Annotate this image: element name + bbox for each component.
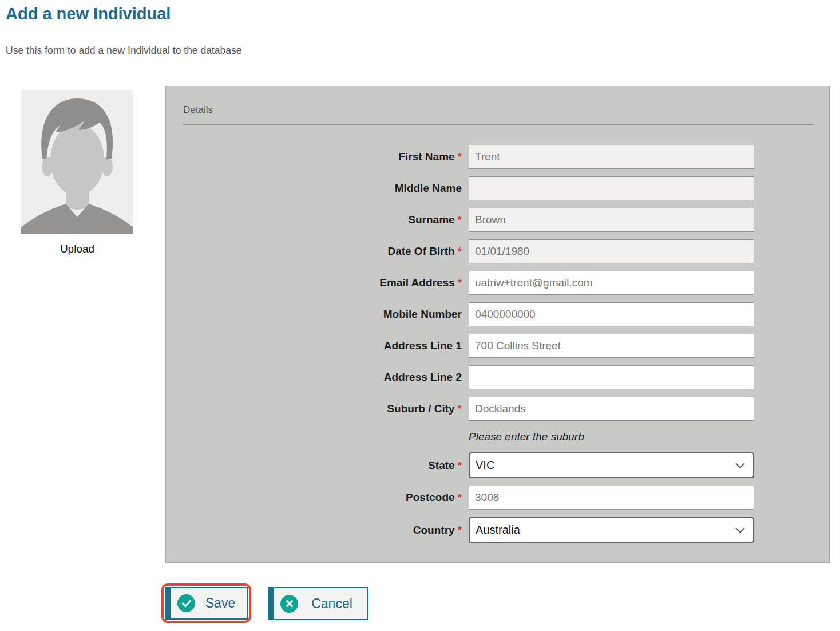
- postcode-input[interactable]: [469, 486, 754, 510]
- address-line-2-input[interactable]: [469, 365, 754, 389]
- form-row: Address Line 2: [166, 365, 829, 389]
- surname-input[interactable]: [469, 208, 754, 232]
- required-asterisk: *: [458, 524, 462, 536]
- postcode-label: Postcode: [406, 491, 455, 503]
- field-control-cell: [469, 302, 754, 326]
- required-asterisk: *: [458, 459, 462, 471]
- required-asterisk: *: [458, 214, 462, 226]
- details-divider: [183, 124, 813, 125]
- suburb-city-helper-text: Please enter the suburb: [469, 431, 584, 443]
- form-row: Postcode*: [166, 486, 829, 510]
- field-control-cell: [469, 208, 754, 232]
- form-row: First Name*: [166, 145, 829, 169]
- form-row: Mobile Number: [166, 302, 829, 326]
- required-asterisk: *: [458, 151, 462, 163]
- form-row: Email Address*: [166, 271, 829, 295]
- save-button-label: Save: [195, 595, 247, 611]
- first-name-input[interactable]: [469, 145, 754, 169]
- suburb-city-input[interactable]: [469, 397, 754, 421]
- field-control-cell: [469, 397, 754, 421]
- required-asterisk: *: [458, 491, 462, 503]
- country-select[interactable]: Australia: [469, 517, 754, 543]
- field-label-cell: Address Line 1: [166, 340, 462, 352]
- field-label-cell: Surname*: [166, 214, 462, 226]
- mobile-number-input[interactable]: [469, 302, 754, 326]
- field-label-cell: Date Of Birth*: [166, 245, 462, 258]
- state-select[interactable]: VIC: [469, 452, 754, 478]
- field-control-cell: [469, 176, 754, 200]
- upload-button[interactable]: Upload: [21, 243, 133, 255]
- cancel-button[interactable]: Cancel: [268, 587, 368, 620]
- required-asterisk: *: [458, 245, 462, 257]
- country-label: Country: [413, 524, 455, 536]
- field-control-cell: [469, 334, 754, 358]
- field-label-cell: Email Address*: [166, 277, 462, 289]
- suburb-city-label: Suburb / City: [387, 403, 454, 415]
- form-row: Date Of Birth*: [166, 239, 829, 263]
- form-row: State* VIC: [166, 452, 829, 478]
- chevron-down-icon: [735, 527, 745, 533]
- field-control-cell: [469, 145, 754, 169]
- required-asterisk: *: [458, 403, 462, 415]
- email-address-input[interactable]: [469, 271, 754, 295]
- field-label-cell: State*: [166, 459, 462, 472]
- form-row: Suburb / City*: [166, 397, 829, 421]
- address-line-1-input[interactable]: [469, 334, 754, 358]
- cancel-button-label: Cancel: [298, 596, 367, 612]
- email-address-label: Email Address: [379, 277, 454, 289]
- field-label-cell: Mobile Number: [166, 308, 462, 321]
- page-subtitle: Use this form to add a new Individual to…: [6, 45, 241, 57]
- field-control-cell: [469, 365, 754, 389]
- field-control-cell: VIC: [469, 452, 754, 478]
- field-label-cell: Middle Name: [166, 182, 462, 195]
- field-control-cell: Australia: [469, 517, 754, 543]
- avatar[interactable]: [21, 90, 133, 234]
- address-line-1-label: Address Line 1: [384, 340, 462, 352]
- details-legend: Details: [183, 104, 812, 116]
- form-row: Country* Australia: [166, 517, 829, 543]
- save-check-icon: [177, 594, 195, 612]
- field-control-cell: [469, 271, 754, 295]
- first-name-label: First Name: [398, 151, 454, 163]
- person-silhouette-icon: [21, 90, 133, 234]
- surname-label: Surname: [408, 214, 454, 226]
- date-of-birth-input[interactable]: [469, 239, 754, 263]
- details-panel: Details First Name* Middle Name Surname*…: [165, 86, 830, 563]
- chevron-down-icon: [735, 463, 745, 468]
- form-rows: First Name* Middle Name Surname* Date Of…: [166, 145, 829, 543]
- mobile-number-label: Mobile Number: [383, 308, 462, 320]
- cancel-x-icon: [280, 595, 298, 613]
- save-button[interactable]: Save: [165, 587, 248, 620]
- required-asterisk: *: [458, 277, 462, 289]
- address-line-2-label: Address Line 2: [384, 371, 462, 383]
- annotation-highlight: Save: [161, 583, 251, 623]
- country-selected-value: Australia: [476, 523, 520, 537]
- field-label-cell: Country*: [166, 524, 462, 537]
- state-selected-value: VIC: [476, 459, 494, 472]
- field-control-cell: [469, 486, 754, 510]
- field-label-cell: Postcode*: [166, 491, 462, 504]
- middle-name-input[interactable]: [469, 176, 754, 200]
- field-label-cell: Address Line 2: [166, 371, 462, 384]
- helper-row: Please enter the suburb: [166, 430, 829, 443]
- form-row: Middle Name: [166, 176, 829, 200]
- add-individual-page: Add a new Individual Use this form to ad…: [0, 0, 840, 631]
- page-title: Add a new Individual: [6, 5, 171, 23]
- form-row: Surname*: [166, 208, 829, 232]
- field-control-cell: [469, 239, 754, 263]
- state-label: State: [428, 459, 454, 471]
- date-of-birth-label: Date Of Birth: [387, 245, 454, 257]
- middle-name-label: Middle Name: [395, 182, 462, 194]
- field-label-cell: Suburb / City*: [166, 403, 462, 415]
- form-row: Address Line 1: [166, 334, 829, 358]
- field-label-cell: First Name*: [166, 151, 462, 163]
